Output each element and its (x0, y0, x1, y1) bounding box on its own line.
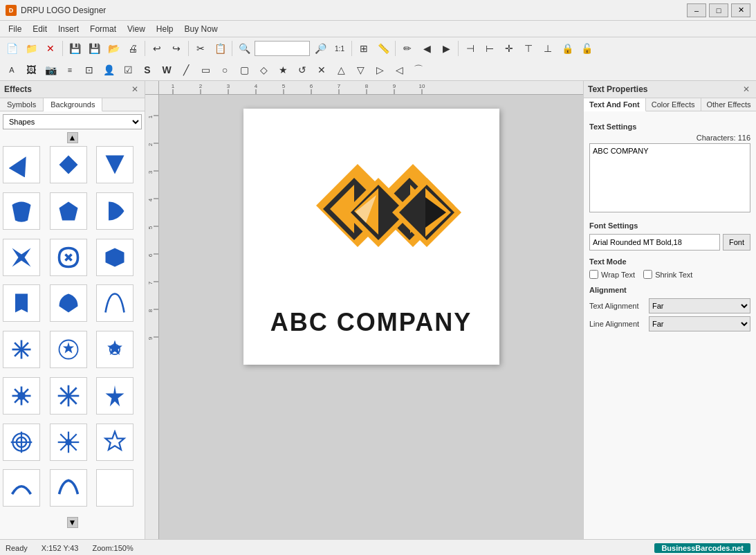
panel-dropdown[interactable]: Shapes Animals Arrows Borders Business (3, 114, 142, 129)
shape-item[interactable] (50, 331, 87, 368)
shrink-text-checkbox[interactable] (643, 270, 652, 279)
shape-item[interactable] (3, 146, 40, 183)
tab-other-effects[interactable]: Other Effects (701, 98, 757, 111)
font-input[interactable] (589, 234, 720, 251)
arrow-button[interactable]: ↺ (293, 61, 311, 79)
canvas-background[interactable]: ABC COMPANY (243, 109, 499, 365)
menu-buynow[interactable]: Buy Now (179, 23, 223, 35)
grid-button[interactable]: ⊞ (355, 39, 373, 57)
checkbox-button[interactable]: ☑ (119, 61, 137, 79)
menu-edit[interactable]: Edit (27, 23, 53, 35)
shape-item[interactable] (50, 284, 87, 322)
shape-item[interactable] (96, 377, 133, 415)
shape-item[interactable] (96, 192, 133, 230)
shapes-select[interactable]: Shapes Animals Arrows Borders Business (3, 114, 142, 129)
zoom-actual-button[interactable]: 1:1 (331, 39, 349, 57)
align-left-button[interactable]: ⊣ (461, 39, 479, 57)
camera-button[interactable]: 📷 (42, 61, 59, 79)
close-button[interactable]: ✕ (731, 3, 750, 17)
image-button[interactable]: 🖼 (22, 61, 40, 79)
layers-button[interactable]: ≡ (61, 61, 79, 79)
triangle-button[interactable]: △ (332, 61, 350, 79)
menu-insert[interactable]: Insert (53, 23, 84, 35)
shape-item[interactable] (50, 146, 87, 183)
circle-button[interactable]: ○ (216, 61, 234, 79)
shape-item[interactable] (50, 192, 87, 230)
shape-item[interactable] (50, 239, 87, 276)
diamond-button[interactable]: ◇ (255, 61, 273, 79)
shape-item[interactable] (50, 469, 87, 507)
zoom-out-button[interactable]: 🔎 (311, 39, 329, 57)
menu-file[interactable]: File (3, 23, 27, 35)
print-button[interactable]: 🖨 (124, 39, 142, 57)
wrap-text-checkbox[interactable] (589, 270, 598, 279)
shape-item[interactable] (96, 284, 133, 322)
shape-item[interactable] (96, 331, 133, 368)
shape-item[interactable] (3, 377, 40, 415)
align-top-button[interactable]: ⊤ (519, 39, 537, 57)
scroll-down[interactable]: ▼ (67, 517, 78, 528)
lock-button[interactable]: 🔒 (558, 39, 576, 57)
shape-item[interactable] (96, 239, 133, 276)
zoom-input[interactable]: 150% (255, 41, 310, 56)
maximize-button[interactable]: □ (709, 3, 728, 17)
shape-item[interactable] (50, 424, 87, 461)
save-as-button[interactable]: 💾 (85, 39, 103, 57)
roundrect-button[interactable]: ▢ (235, 61, 253, 79)
shape-item[interactable] (96, 424, 133, 461)
panel-close-button[interactable]: ✕ (129, 84, 140, 95)
zoom-in-button[interactable]: 🔍 (235, 39, 253, 57)
rect-button[interactable]: ▭ (196, 61, 214, 79)
open-button[interactable]: 📁 (22, 39, 40, 57)
menu-format[interactable]: Format (84, 23, 122, 35)
line-alignment-select[interactable]: Near Center Far (649, 316, 750, 331)
shape-item[interactable] (96, 469, 133, 507)
shape-item[interactable] (3, 469, 40, 507)
text-content-area[interactable] (589, 143, 750, 212)
font-button[interactable]: Font (723, 234, 750, 251)
text-alignment-select[interactable]: Near Center Far (649, 298, 750, 313)
template-button[interactable]: ⊡ (80, 61, 98, 79)
minimize-button[interactable]: – (687, 3, 706, 17)
shape-item[interactable] (3, 331, 40, 368)
curve-button[interactable]: ⌒ (409, 61, 427, 79)
align-right-button[interactable]: ⊢ (481, 39, 499, 57)
unlock-button[interactable]: 🔓 (578, 39, 596, 57)
save-button[interactable]: 💾 (66, 39, 84, 57)
cut-button[interactable]: ✂ (192, 39, 210, 57)
align-center-button[interactable]: ✛ (500, 39, 518, 57)
shape-item[interactable] (3, 192, 40, 230)
star-button[interactable]: ★ (274, 61, 292, 79)
tab-symbols[interactable]: Symbols (0, 98, 44, 111)
shape-item[interactable] (96, 146, 133, 183)
redo-button[interactable]: ↪ (167, 39, 185, 57)
user-button[interactable]: 👤 (100, 61, 118, 79)
open2-button[interactable]: 📂 (104, 39, 122, 57)
shape-item[interactable] (50, 377, 87, 415)
cross-button[interactable]: ✕ (313, 61, 331, 79)
back-button[interactable]: ◁ (390, 61, 408, 79)
shape-item[interactable] (3, 284, 40, 322)
shape-item[interactable] (3, 239, 40, 276)
tab-backgrounds[interactable]: Backgrounds (44, 98, 102, 111)
pencil-button[interactable]: ✏ (398, 39, 416, 57)
s-button[interactable]: S (138, 61, 156, 79)
inv-triangle-button[interactable]: ▽ (351, 61, 369, 79)
copy-button[interactable]: 📋 (211, 39, 229, 57)
shape-item[interactable] (3, 424, 40, 461)
text-properties-close[interactable]: ✕ (741, 84, 752, 95)
pencil2-button[interactable]: ╱ (177, 61, 195, 79)
logo-container[interactable] (268, 136, 475, 302)
undo-button[interactable]: ↩ (148, 39, 166, 57)
next-button[interactable]: ▶ (437, 39, 455, 57)
ruler-button[interactable]: 📏 (374, 39, 392, 57)
select-button[interactable]: A (3, 61, 21, 79)
align-bottom-button[interactable]: ⊥ (539, 39, 557, 57)
prev-button[interactable]: ◀ (418, 39, 436, 57)
menu-help[interactable]: Help (151, 23, 179, 35)
w-button[interactable]: W (158, 61, 176, 79)
scroll-up[interactable]: ▲ (67, 132, 78, 143)
new-button[interactable]: 📄 (3, 39, 21, 57)
menu-view[interactable]: View (122, 23, 151, 35)
play-button[interactable]: ▷ (371, 61, 389, 79)
